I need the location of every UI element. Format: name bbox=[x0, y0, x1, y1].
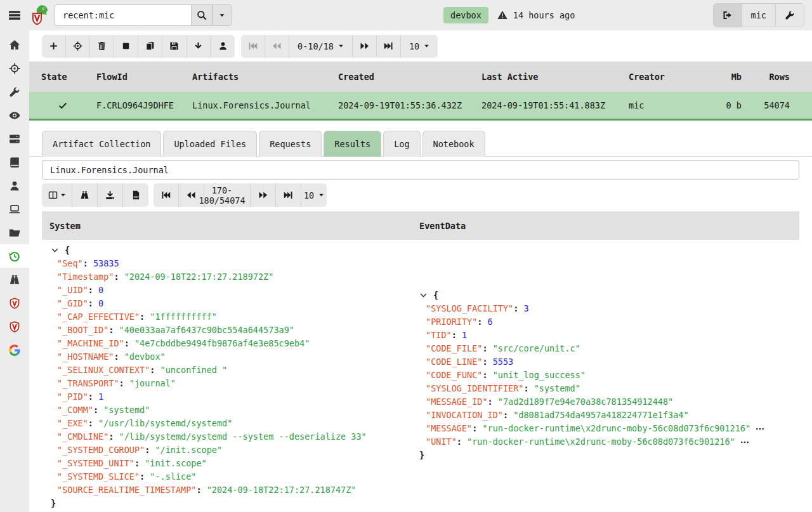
sidebar-item-user[interactable] bbox=[0, 174, 29, 197]
new-collection-button[interactable] bbox=[42, 35, 66, 58]
collapse-node-icon[interactable] bbox=[419, 289, 428, 302]
caret-down-icon bbox=[219, 12, 225, 18]
sidebar-item-shield-2[interactable] bbox=[0, 315, 29, 338]
skip-start-icon bbox=[248, 41, 258, 51]
book-icon bbox=[9, 157, 20, 168]
json-entry-SOURCE_REALTIME_TIMESTAMP: "SOURCE_REALTIME_TIMESTAMP": "2024-09-18… bbox=[51, 483, 408, 497]
json-entry-INVOCATION_ID: "INVOCATION_ID": "d8081ad754da4957a41822… bbox=[419, 409, 764, 422]
artifact-select[interactable] bbox=[42, 160, 799, 180]
save-collection-button[interactable] bbox=[162, 35, 187, 58]
results-first-page-button[interactable] bbox=[154, 183, 179, 207]
binoculars-icon bbox=[9, 274, 20, 286]
tab-uploaded-files[interactable]: Uploaded Files bbox=[163, 131, 257, 157]
results-column-header-eventdata: EventData bbox=[408, 221, 799, 231]
copy-icon bbox=[145, 41, 155, 51]
logout-icon bbox=[723, 10, 733, 20]
double-right-icon bbox=[258, 190, 268, 200]
cancel-flow-button[interactable] bbox=[114, 35, 138, 58]
download-collection-button[interactable] bbox=[187, 35, 211, 58]
tab-requests[interactable]: Requests bbox=[259, 131, 322, 157]
success-check-icon bbox=[58, 100, 68, 110]
shield-v-icon bbox=[9, 321, 20, 332]
warning-icon bbox=[497, 10, 508, 20]
results-page-size-dropdown[interactable]: 10 bbox=[301, 183, 327, 207]
results-grid: System EventData {"Seq": 53835"Timestamp… bbox=[42, 211, 799, 510]
expand-truncated-value-button[interactable] bbox=[756, 422, 764, 435]
expand-truncated-value-button[interactable] bbox=[740, 435, 749, 449]
last-page-button[interactable] bbox=[377, 35, 401, 58]
column-header-flowid: FlowId bbox=[96, 72, 192, 82]
sidebar-item-collected-artifacts[interactable] bbox=[0, 244, 29, 268]
offline-collector-button[interactable] bbox=[66, 35, 90, 58]
sidebar-item-vfs[interactable] bbox=[0, 221, 29, 244]
flow-creator-cell: mic bbox=[629, 100, 706, 110]
server-icon bbox=[9, 133, 20, 145]
sidebar-item-events[interactable] bbox=[0, 103, 29, 127]
history-icon bbox=[9, 251, 20, 262]
column-selector-button[interactable] bbox=[42, 183, 72, 207]
flow-artifacts-cell: Linux.Forensics.Journal bbox=[192, 100, 338, 110]
eye-icon bbox=[9, 110, 20, 121]
user-flows-button[interactable] bbox=[211, 35, 235, 58]
inspect-raw-json-button[interactable] bbox=[72, 183, 98, 207]
search-options-button[interactable] bbox=[213, 4, 232, 26]
page-range-dropdown[interactable]: 0-10/18 bbox=[289, 35, 353, 58]
username-button[interactable]: mic bbox=[742, 4, 776, 27]
global-search bbox=[55, 4, 232, 26]
results-column-header-system: System bbox=[42, 221, 408, 231]
search-icon bbox=[197, 10, 207, 20]
eventdata-json-tree: {"SYSLOG_FACILITY": 3"PRIORITY": 6"TID":… bbox=[419, 289, 764, 462]
sidebar-item-home[interactable] bbox=[0, 33, 29, 56]
skip-start-icon bbox=[161, 190, 171, 200]
sidebar-item-client[interactable] bbox=[0, 197, 29, 221]
download-csv-button[interactable]: CSV bbox=[123, 183, 148, 207]
search-button[interactable] bbox=[191, 4, 213, 26]
tab-log[interactable]: Log bbox=[383, 131, 420, 157]
logout-button[interactable] bbox=[714, 4, 742, 27]
shield-v-icon bbox=[9, 298, 20, 309]
json-entry-_BOOT_ID: "_BOOT_ID": "40e033aa7af6437c90bc554a644… bbox=[51, 324, 408, 337]
sidebar-item-hunts[interactable] bbox=[0, 56, 29, 80]
copy-collection-button[interactable] bbox=[138, 35, 162, 58]
column-header-last-active: Last Active bbox=[481, 72, 629, 82]
folder-open-icon bbox=[9, 227, 20, 239]
sidebar-toggle-button[interactable] bbox=[0, 0, 29, 30]
first-page-button bbox=[241, 35, 265, 58]
results-actions-group: CSV bbox=[42, 183, 148, 207]
client-last-seen: 14 hours ago bbox=[497, 10, 575, 20]
sidebar-item-host-info[interactable] bbox=[0, 150, 29, 174]
page-size-dropdown[interactable]: 10 bbox=[401, 35, 438, 58]
collapse-node-icon[interactable] bbox=[51, 244, 59, 257]
sidebar-item-artifacts[interactable] bbox=[0, 80, 29, 103]
search-input[interactable] bbox=[55, 4, 191, 26]
results-page-range-dropdown[interactable]: 170-180/54074 bbox=[204, 183, 251, 207]
json-entry-MESSAGE_ID: "MESSAGE_ID": "7ad2d189f7e94e70a38c78135… bbox=[419, 395, 764, 409]
json-entry-Seq: "Seq": 53835 bbox=[51, 257, 408, 270]
json-entry-_SYSTEMD_SLICE: "_SYSTEMD_SLICE": "-.slice" bbox=[51, 470, 408, 483]
user-settings-button[interactable] bbox=[776, 4, 804, 27]
tab-notebook[interactable]: Notebook bbox=[422, 131, 485, 157]
results-next-page-button[interactable] bbox=[251, 183, 276, 207]
sidebar-item-server[interactable] bbox=[0, 127, 29, 150]
sidebar-item-shield-1[interactable] bbox=[0, 291, 29, 315]
client-badge[interactable]: devbox bbox=[443, 7, 488, 23]
velociraptor-logo-icon[interactable] bbox=[30, 4, 49, 26]
wrench-icon bbox=[9, 86, 20, 98]
next-page-button[interactable] bbox=[353, 35, 377, 58]
sidebar-item-google[interactable] bbox=[0, 338, 29, 362]
system-cell: {"Seq": 53835"Timestamp": "2024-09-18T22… bbox=[42, 240, 408, 510]
tab-artifact-collection[interactable]: Artifact Collection bbox=[42, 131, 161, 157]
sidebar bbox=[0, 30, 29, 512]
flow-pagination: 0-10/18 10 bbox=[241, 35, 438, 58]
json-close-brace: } bbox=[51, 497, 408, 510]
svg-text:CSV: CSV bbox=[133, 195, 138, 199]
delete-flow-button[interactable] bbox=[90, 35, 114, 58]
wrench-icon bbox=[785, 10, 795, 20]
tab-results[interactable]: Results bbox=[324, 131, 381, 157]
flow-row[interactable]: F.CRLO964J9DHFE Linux.Forensics.Journal … bbox=[29, 92, 812, 121]
download-json-button[interactable] bbox=[98, 183, 123, 207]
flow-id-cell: F.CRLO964J9DHFE bbox=[96, 100, 192, 110]
sidebar-item-client-events[interactable] bbox=[0, 268, 29, 291]
results-last-page-button[interactable] bbox=[276, 183, 301, 207]
column-header-state: State bbox=[29, 72, 96, 82]
